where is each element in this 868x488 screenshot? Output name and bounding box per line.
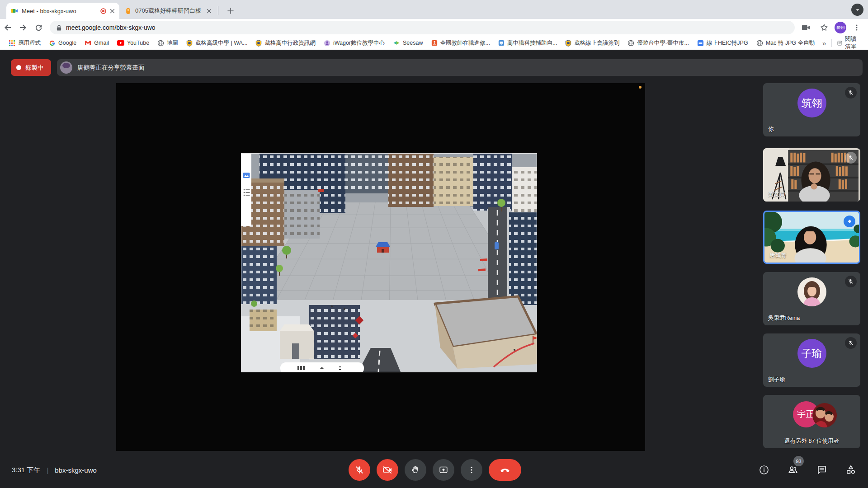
bookmark-gmail[interactable]: Gmail [80, 40, 113, 46]
mic-off-icon [848, 340, 854, 346]
reading-list-icon [837, 40, 842, 47]
browser-menu-button[interactable] [849, 21, 864, 34]
participant-count-badge: 93 [793, 456, 804, 466]
participant-tile-self[interactable]: 筑翎 你 [763, 83, 860, 136]
bookmark-teacher-training[interactable]: 全國教師在職進修... [427, 39, 494, 47]
footer-right-controls: 93 [755, 461, 860, 479]
meet-favicon [11, 7, 18, 14]
more-options-button[interactable] [461, 459, 482, 481]
school-crest-icon [255, 40, 262, 47]
meeting-details-button[interactable] [755, 461, 773, 479]
reload-button[interactable] [31, 21, 46, 34]
participant-name: 劉子瑜 [768, 376, 785, 384]
speaking-badge [844, 216, 855, 227]
activities-icon [845, 464, 857, 476]
bookmark-meeting-signin[interactable]: 葳格線上會議簽到 [561, 39, 623, 47]
lock-icon [56, 24, 62, 31]
heic-converter-icon [697, 40, 704, 47]
globe-icon [756, 40, 763, 47]
end-call-button[interactable] [489, 459, 521, 481]
present-button[interactable] [433, 459, 454, 481]
reading-list-button[interactable]: 閱讀清單 [834, 35, 868, 51]
meet-footer: 3:31 下午 | bbx-skgx-uwo [0, 452, 868, 488]
mic-off-icon [848, 278, 854, 285]
seesaw-icon [393, 40, 400, 46]
tab-jamboard[interactable]: 0705葳格好棒棒研習白板 - Goo [120, 3, 216, 19]
chat-icon [816, 465, 827, 475]
bookmark-youtube[interactable]: YouTube [113, 40, 153, 46]
browser-profile-avatar[interactable]: 筑翎 [835, 22, 846, 33]
people-button[interactable]: 93 [784, 461, 802, 479]
presenting-text: 唐鶴菁正在分享螢幕畫面 [77, 64, 145, 72]
kebab-menu-icon [853, 24, 860, 31]
participant-tile-video[interactable]: 黃文貞 [763, 148, 860, 202]
mic-muted-badge [845, 152, 857, 164]
bookmark-school-site[interactable]: 葳格高級中學 | WA... [182, 39, 251, 47]
back-button[interactable] [0, 21, 15, 34]
screen: Meet - bbx-skgx-uwo 0705葳格好棒棒研習白板 - Goo [0, 0, 868, 488]
tab-title: Meet - bbx-skgx-uwo [22, 8, 97, 14]
tab-separator [218, 6, 218, 15]
tab-title: 0705葳格好棒棒研習白板 - Goo [135, 7, 203, 15]
bookmark-tech-assist[interactable]: 高中職科技輔助自... [494, 39, 561, 47]
bookmark-apps[interactable]: 應用程式 [5, 39, 45, 47]
bookmarks-overflow-button[interactable]: » [819, 39, 830, 47]
toolbar-right: 筑翎 [798, 21, 868, 34]
camera-button[interactable] [377, 459, 398, 481]
tab-recording-icon [100, 8, 106, 14]
bookmark-maps[interactable]: 地圖 [153, 39, 182, 47]
plus-icon [227, 8, 234, 14]
iwagor-icon [324, 40, 330, 47]
window-caret-button[interactable] [851, 4, 863, 16]
footer-divider: | [47, 466, 48, 474]
tab-close-icon[interactable] [110, 9, 115, 14]
overflow-photo [812, 403, 837, 427]
footer-info: 3:31 下午 | bbx-skgx-uwo [12, 466, 97, 474]
bookmark-mac-jpg[interactable]: Mac 轉 JPG 全自動 [752, 39, 819, 47]
bookmark-google[interactable]: Google [45, 40, 80, 47]
camera-tab-button[interactable] [798, 21, 814, 34]
chevron-down-icon [855, 7, 860, 13]
banner-row: 錄製中 唐鶴菁正在分享螢幕畫面 [0, 59, 868, 76]
tab-strip: Meet - bbx-skgx-uwo 0705葳格好棒棒研習白板 - Goo [0, 0, 868, 19]
participant-photo [797, 277, 826, 306]
meet-main: 錄製中 唐鶴菁正在分享螢幕畫面 [0, 50, 868, 488]
mic-button[interactable] [349, 459, 370, 481]
participant-tile-overflow[interactable]: 宇正 還有另外 87 位使用者 [763, 395, 860, 448]
activities-button[interactable] [842, 461, 860, 479]
bookmark-seesaw[interactable]: Seesaw [389, 40, 427, 46]
stage-indicator-dot [639, 86, 642, 89]
participant-tile-ziyu[interactable]: 子瑜 劉子瑜 [763, 333, 860, 387]
avatar-photo [812, 403, 837, 429]
forward-icon [19, 23, 28, 32]
tab-meet[interactable]: Meet - bbx-skgx-uwo [6, 3, 119, 19]
bookmark-iwagor[interactable]: iWagor數位教學中心 [320, 39, 389, 47]
forward-button[interactable] [15, 21, 31, 34]
end-call-icon [499, 464, 511, 476]
jamboard-favicon [125, 8, 132, 14]
raise-hand-button[interactable] [405, 459, 426, 481]
participant-tile-reina[interactable]: 吳秉君Reina [763, 272, 860, 325]
chat-button[interactable] [813, 461, 831, 479]
recording-chip: 錄製中 [11, 59, 51, 76]
new-tab-button[interactable] [224, 5, 237, 17]
star-icon [820, 23, 828, 32]
audio-waveform-icon [846, 218, 853, 225]
avatar-photo [797, 277, 826, 306]
bookmark-taichung[interactable]: 優遊台中學-臺中市... [623, 39, 693, 47]
meeting-code: bbx-skgx-uwo [55, 466, 97, 474]
bookmark-star-button[interactable] [816, 21, 832, 34]
url-bar[interactable]: meet.google.com/bbx-skgx-uwo [50, 21, 795, 34]
tab-close-icon[interactable] [207, 9, 212, 14]
browser-toolbar: meet.google.com/bbx-skgx-uwo 筑翎 [0, 19, 868, 36]
school-crest-icon [565, 40, 571, 47]
participant-tile-presenter[interactable]: 唐鶴菁 [763, 211, 860, 264]
bookmark-heic-jpg[interactable]: 線上HEIC轉JPG [693, 39, 752, 47]
bookmark-school-admin[interactable]: 葳格高中行政資訊網 [251, 39, 320, 47]
call-controls [349, 459, 521, 481]
clock-text: 3:31 下午 [12, 466, 40, 474]
participant-name: 吳秉君Reina [768, 314, 800, 322]
mic-muted-badge [845, 87, 857, 99]
mic-muted-badge [845, 276, 857, 287]
presentation-stage[interactable] [116, 83, 645, 451]
